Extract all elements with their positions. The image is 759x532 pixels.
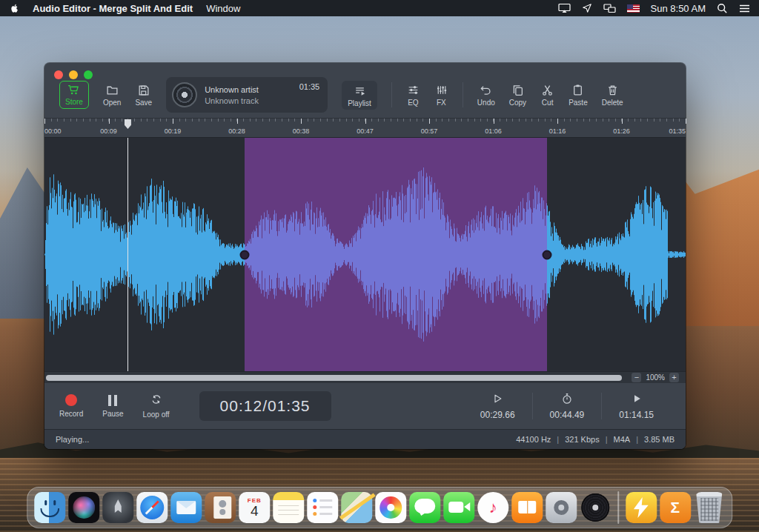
ruler-label: 00:09 xyxy=(100,127,117,135)
ibooks-icon[interactable] xyxy=(511,492,543,523)
play-filled-icon xyxy=(631,393,643,407)
ruler-label: 01:06 xyxy=(485,127,502,135)
keyboard-flag-icon[interactable] xyxy=(627,4,640,13)
zoom-out-button[interactable]: − xyxy=(632,373,641,382)
facetime-icon[interactable] xyxy=(443,492,474,523)
timeline-ruler[interactable]: 00:0000:0900:1900:2800:3800:4700:5701:06… xyxy=(44,118,686,138)
close-button[interactable] xyxy=(54,70,63,79)
pause-label: Pause xyxy=(102,410,123,418)
status-samplerate: 44100 Hz xyxy=(516,435,551,444)
desktop: Audio Editor - Merge Split And Edit Wind… xyxy=(0,0,759,532)
trash-icon[interactable] xyxy=(694,492,725,523)
status-filesize: 3.85 MB xyxy=(644,435,675,444)
scroll-zoom-row: − 100% + xyxy=(44,371,686,383)
selection-handle-right[interactable] xyxy=(543,250,552,259)
record-button[interactable]: Record xyxy=(59,394,83,418)
sigma-app-icon[interactable]: Σ xyxy=(660,492,691,523)
ruler-tick xyxy=(622,119,623,124)
menu-bar: Audio Editor - Merge Split And Edit Wind… xyxy=(0,0,759,16)
fx-label: FX xyxy=(437,99,446,107)
toolbar-separator xyxy=(391,82,392,107)
loop-icon xyxy=(149,393,164,407)
finder-icon[interactable] xyxy=(34,492,65,523)
undo-button[interactable]: Undo xyxy=(477,84,495,107)
reminders-icon[interactable] xyxy=(307,492,338,523)
ruler-tick xyxy=(44,119,45,124)
scrollbar-thumb[interactable] xyxy=(46,375,622,381)
undo-label: Undo xyxy=(477,99,495,107)
notes-icon[interactable] xyxy=(273,492,304,523)
open-button[interactable]: Open xyxy=(103,84,121,107)
calendar-icon[interactable]: FEB4 xyxy=(239,492,270,523)
copy-button[interactable]: Copy xyxy=(509,84,526,107)
scissors-icon xyxy=(540,84,554,96)
pause-button[interactable]: Pause xyxy=(102,395,123,418)
delete-button[interactable]: Delete xyxy=(602,84,623,107)
selection-handle-left[interactable] xyxy=(239,250,249,259)
selection-end-field[interactable]: 01:14.15 xyxy=(602,393,671,420)
photos-icon[interactable] xyxy=(375,492,406,523)
cut-button[interactable]: Cut xyxy=(540,84,554,107)
transport-bar: Record Pause Loop off 00:12/01:35 00:29.… xyxy=(44,383,686,429)
status-separator: | xyxy=(557,435,559,444)
selection-region[interactable] xyxy=(245,138,547,371)
ruler-tick xyxy=(686,119,686,124)
playhead-line xyxy=(127,138,128,371)
ruler-label: 00:28 xyxy=(228,127,245,135)
minimize-button[interactable] xyxy=(69,70,78,79)
playlist-button[interactable]: Playlist xyxy=(342,81,377,110)
store-label: Store xyxy=(65,98,83,106)
ruler-label: 01:35 xyxy=(669,127,686,135)
dock-separator xyxy=(617,491,619,524)
itunes-icon[interactable]: ♪ xyxy=(477,492,508,523)
screen-share-icon[interactable] xyxy=(582,3,592,13)
paste-label: Paste xyxy=(569,99,588,107)
playhead-marker[interactable] xyxy=(125,119,131,129)
loop-button[interactable]: Loop off xyxy=(143,393,170,419)
system-preferences-icon[interactable] xyxy=(546,492,577,523)
toolbar: Store Open Save Unknown artist Unknown t… xyxy=(44,63,686,118)
notification-center-icon[interactable] xyxy=(739,4,750,13)
displays-icon[interactable] xyxy=(603,3,616,13)
apple-menu-icon[interactable] xyxy=(9,2,19,14)
horizontal-scrollbar[interactable] xyxy=(44,372,625,383)
contacts-icon[interactable] xyxy=(205,492,236,523)
traffic-lights xyxy=(54,70,93,79)
airplay-icon[interactable] xyxy=(558,3,571,13)
launchpad-icon[interactable] xyxy=(102,492,133,523)
siri-icon[interactable] xyxy=(68,492,99,523)
messages-icon[interactable] xyxy=(409,492,440,523)
vinyl-app-icon[interactable] xyxy=(580,492,611,523)
mail-icon[interactable] xyxy=(170,492,202,523)
now-playing-widget[interactable]: Unknown artist Unknown track 01:35 xyxy=(166,77,328,113)
paste-button[interactable]: Paste xyxy=(569,84,588,107)
now-playing-track: Unknown track xyxy=(205,96,259,105)
fx-button[interactable]: FX xyxy=(434,84,448,107)
maps-icon[interactable] xyxy=(341,492,372,523)
spotlight-icon[interactable] xyxy=(717,3,728,14)
eq-button[interactable]: EQ xyxy=(406,84,420,107)
selection-start-field[interactable]: 00:29.66 xyxy=(463,393,532,420)
status-bar: Playing... 44100 Hz | 321 Kbps | M4A | 3… xyxy=(44,429,686,449)
zoom-level: 100% xyxy=(646,373,665,382)
menu-app-name[interactable]: Audio Editor - Merge Split And Edit xyxy=(33,3,193,14)
record-label: Record xyxy=(59,410,83,418)
selection-end-value: 01:14.15 xyxy=(619,410,654,420)
ruler-label: 00:19 xyxy=(165,127,182,135)
zoom-window-button[interactable] xyxy=(84,70,93,79)
menu-clock[interactable]: Sun 8:50 AM xyxy=(651,3,706,14)
selection-duration-field[interactable]: 00:44.49 xyxy=(533,393,602,420)
now-playing-duration: 01:35 xyxy=(299,82,320,91)
waveform-area[interactable] xyxy=(44,138,686,371)
menu-window[interactable]: Window xyxy=(206,3,240,14)
store-button[interactable]: Store xyxy=(59,81,89,109)
playlist-label: Playlist xyxy=(348,99,371,107)
save-button[interactable]: Save xyxy=(135,84,152,107)
ruler-tick xyxy=(237,119,238,124)
zoom-in-button[interactable]: + xyxy=(669,373,679,382)
status-separator: | xyxy=(606,435,608,444)
now-playing-artist: Unknown artist xyxy=(205,85,259,94)
safari-icon[interactable] xyxy=(136,492,168,523)
lightning-app-icon[interactable] xyxy=(626,492,657,523)
clipboard-icon xyxy=(571,84,585,96)
